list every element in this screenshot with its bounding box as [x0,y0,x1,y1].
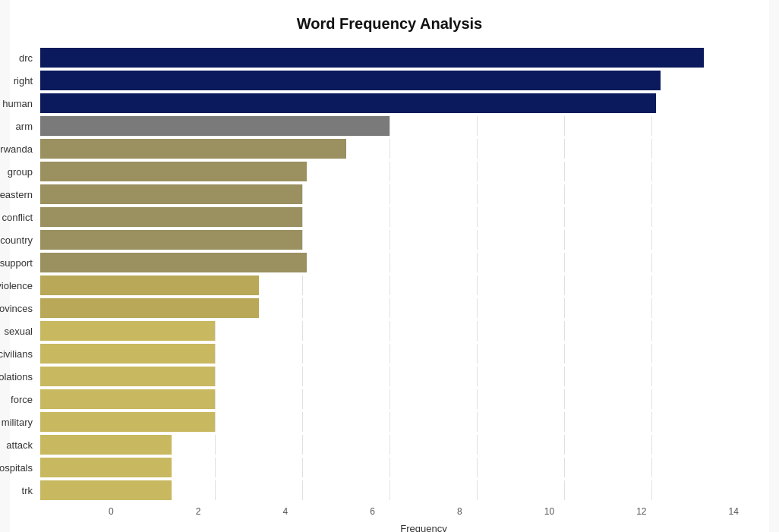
chart-title: Word Frequency Analysis [40,15,739,33]
bar-label: violations [0,371,40,382]
bar [40,480,172,500]
bar-background [40,162,739,181]
bar-background [40,184,739,204]
bar-background [40,48,739,68]
chart-area: drcrighthumanarmrwandagroupeasternconfli… [40,48,739,532]
bar-label: force [0,394,40,405]
bar-background [40,435,739,455]
bar-label: conflict [0,212,40,223]
bar [40,458,172,477]
bar [40,389,215,409]
x-tick: 12 [636,506,646,517]
bar [40,321,215,341]
bar-row: group [40,162,739,181]
bar-background [40,389,739,409]
bar-background [40,275,739,295]
bar-background [40,458,739,477]
bar-row: arm [40,116,739,136]
bar-label: country [0,235,40,246]
bar-row: trk [40,480,739,500]
bar-row: violations [40,367,739,386]
bar-row: provinces [40,298,739,318]
bar-label: support [0,257,40,269]
bar-label: eastern [0,189,40,200]
bar-row: eastern [40,184,739,204]
bar [40,298,259,318]
bar [40,253,307,272]
bar-label: human [0,98,40,109]
bar-row: conflict [40,207,739,227]
bar-row: human [40,93,739,113]
x-tick: 0 [109,506,114,517]
bar [40,412,215,432]
x-tick: 14 [729,506,739,517]
bar [40,139,346,159]
bar-label: trk [0,485,40,496]
bar-label: provinces [0,303,40,314]
x-tick: 6 [370,506,375,517]
bar-background [40,480,739,500]
bar-label: violence [0,280,40,291]
bar [40,230,302,250]
bar-row: sexual [40,321,739,341]
bar [40,435,172,455]
bar-background [40,253,739,272]
bar [40,162,307,181]
x-tick: 2 [196,506,201,517]
bar [40,184,302,204]
bar [40,93,656,113]
bars-wrapper: drcrighthumanarmrwandagroupeasternconfli… [40,48,739,500]
bar [40,207,302,227]
bar-label: right [0,75,40,87]
bar-background [40,298,739,318]
bar-background [40,230,739,250]
chart-container: Word Frequency Analysis drcrighthumanarm… [10,0,769,532]
bar-row: hospitals [40,458,739,477]
bar [40,344,215,364]
bar-row: drc [40,48,739,68]
bar [40,275,259,295]
bar-row: military [40,412,739,432]
bar [40,71,661,90]
bar-label: hospitals [0,462,40,474]
x-tick: 8 [457,506,462,517]
bar [40,116,390,136]
bar-label: sexual [0,326,40,337]
bar-label: arm [0,121,40,132]
bar-row: civilians [40,344,739,364]
bar-background [40,367,739,386]
bar-background [40,93,739,113]
bar-row: force [40,389,739,409]
bar-row: support [40,253,739,272]
bar-background [40,139,739,159]
bar-background [40,207,739,227]
bar-label: civilians [0,348,40,360]
bar-label: rwanda [0,143,40,155]
bar-background [40,321,739,341]
bar-row: country [40,230,739,250]
bar-row: attack [40,435,739,455]
bar-label: drc [0,52,40,64]
x-axis-label: Frequency [109,523,739,532]
bar-background [40,71,739,90]
bar-row: right [40,71,739,90]
bar-background [40,116,739,136]
bar-row: rwanda [40,139,739,159]
x-tick: 10 [544,506,554,517]
bar-label: group [0,166,40,178]
bar-label: military [0,417,40,428]
bar-background [40,412,739,432]
x-tick: 4 [283,506,289,517]
bar [40,48,704,68]
bar-row: violence [40,275,739,295]
x-axis: 02468101214 [109,506,739,517]
bar [40,367,215,386]
bar-background [40,344,739,364]
bar-label: attack [0,439,40,451]
